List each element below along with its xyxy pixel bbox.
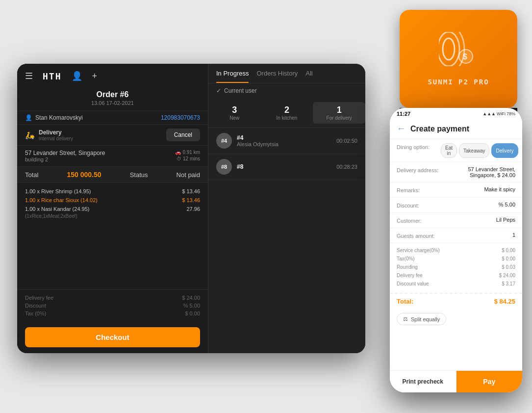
back-button[interactable]: ← (397, 124, 405, 134)
order-card-info: #4 Alesia Odymytsia (237, 134, 336, 147)
phone-status-bar: 11:27 ▲▲▲ WiFi 78% (390, 108, 522, 119)
person-icon: 👤 (25, 114, 32, 121)
item-price: $ 13.46 (182, 188, 200, 194)
stat-count-delivery: 1 (313, 105, 365, 115)
smartphone: 11:27 ▲▲▲ WiFi 78% ← Create payment Dini… (390, 108, 522, 392)
delivery-address-value: 57 Levander Street, Singapore, $ 24.00 (442, 166, 515, 178)
customer-label: Customer: (397, 217, 441, 224)
totals-row: Total 150 000.50 Status Not paid (17, 166, 208, 183)
fee-label: Delivery fee (25, 295, 53, 301)
total-amount: 150 000.50 (67, 171, 101, 179)
fee-value: % 5.00 (183, 303, 200, 309)
order-card-num: #8 (237, 163, 336, 170)
pay-button[interactable]: Pay (456, 371, 523, 392)
order-title: Order #6 (17, 88, 208, 100)
payment-terminal: $ SUNMI P2 PRO (400, 10, 517, 118)
total-line-label: Total: (397, 298, 413, 305)
phone-number[interactable]: 120983070673 (161, 114, 200, 121)
status-value: Not paid (177, 171, 200, 179)
order-items: 1.00 x River Shrimp (14.95) $ 13.46 1.00… (17, 183, 208, 289)
nfc-icon: $ (439, 32, 478, 73)
user-icon[interactable]: 👤 (72, 71, 82, 81)
phone-header: ← Create payment (390, 119, 522, 139)
discount-label: Discount: (397, 202, 441, 208)
order-card-time: 00:28:23 (336, 164, 357, 170)
svg-text:$: $ (463, 52, 467, 61)
discount-field: Discount: % 5.00 (390, 198, 522, 213)
fee-row: Delivery fee $ 24.00 (25, 294, 200, 302)
item-price: 27.96 (186, 206, 200, 212)
order-avatar: #8 (216, 159, 232, 175)
order-panel: ☰ HTH 👤 + Order #6 13.06 17-02-2021 👤 St… (17, 64, 208, 353)
dining-options: Eat in Takeaway Delivery (441, 143, 518, 158)
orders-panel: In Progress Orders History All ✓ Current… (208, 64, 365, 353)
total-line: Total: $ 84.25 (390, 293, 522, 309)
terminal-brand: SUNMI P2 PRO (428, 78, 489, 86)
fee-label: Tax (0%) (25, 310, 46, 316)
table-row: 1.00 x River Shrimp (14.95) $ 13.46 (25, 187, 200, 196)
stat-label-new: New (208, 115, 261, 121)
current-user-label: Current user (224, 87, 257, 94)
delivery-row: 🛵 Delivery internal delivery Cancel (17, 124, 208, 145)
print-precheck-button[interactable]: Print precheck (390, 371, 456, 392)
order-card-4[interactable]: #4 #4 Alesia Odymytsia 00:02:50 (208, 128, 365, 154)
split-btn-container: ⚖ Split equally (390, 309, 522, 329)
fee-line-label: Discount value (397, 281, 429, 286)
fee-value: $ 24.00 (182, 295, 200, 301)
guests-value: 1 (512, 232, 515, 238)
current-user-badge: ✓ Current user (208, 83, 365, 98)
order-card-8[interactable]: #8 #8 00:28:23 (208, 154, 365, 180)
fee-label: Discount (25, 303, 46, 309)
checkout-button[interactable]: Checkout (25, 327, 200, 347)
fee-row: Discount % 5.00 (25, 302, 200, 310)
order-date: 13.06 17-02-2021 (17, 100, 208, 111)
orders-tabs: In Progress Orders History All (208, 64, 365, 83)
tab-all[interactable]: All (305, 70, 312, 83)
status-label: Status (130, 171, 148, 179)
menu-icon[interactable]: ☰ (25, 71, 33, 81)
delivery-info: 🛵 Delivery internal delivery (25, 129, 73, 141)
stat-kitchen[interactable]: 2 In kitchen (261, 102, 313, 124)
item-name: 1.00 x Nasi Kandar (24.95) (25, 206, 89, 212)
total-label: Total (25, 171, 38, 179)
split-equally-button[interactable]: ⚖ Split equally (397, 313, 446, 325)
stat-delivery[interactable]: 1 For delivery (313, 102, 365, 124)
guests-field: Guests amount: 1 (390, 228, 522, 243)
customer-field: Customer: Lil Peps (390, 213, 522, 228)
fee-line-label: Rounding (397, 264, 418, 270)
item-sub: (1xRice;1xMeat;2xBeef) (25, 213, 200, 220)
remarks-label: Remarks: (397, 186, 441, 193)
fee-value: $ 0.00 (185, 310, 200, 316)
customer-name: 👤 Stan Komarovskyi (25, 114, 83, 121)
order-card-info: #8 (237, 163, 336, 170)
fee-line-value: $ 0.00 (502, 256, 515, 261)
tab-orders-history[interactable]: Orders History (256, 70, 298, 83)
dining-option-label: Dining option: (397, 143, 441, 150)
fee-row: Tax (0%) $ 0.00 (25, 310, 200, 317)
stat-new[interactable]: 3 New (208, 102, 261, 124)
svg-point-1 (439, 32, 459, 66)
takeaway-button[interactable]: Takeaway (459, 143, 489, 158)
stat-count-new: 3 (208, 105, 261, 115)
check-icon: ✓ (216, 87, 221, 94)
cancel-button[interactable]: Cancel (166, 129, 200, 141)
table-row: 1.00 x Nasi Kandar (24.95) 27.96 (1xRice… (25, 205, 200, 220)
delivery-label: Delivery (39, 129, 73, 136)
payment-title: Create payment (410, 125, 515, 133)
add-order-icon[interactable]: + (92, 71, 98, 81)
tab-in-progress[interactable]: In Progress (216, 70, 249, 83)
total-line-value: $ 84.25 (494, 298, 515, 305)
table-row: 1.00 x Rice char Sioux (14.02) $ 13.46 (25, 196, 200, 205)
delivery-button[interactable]: Delivery (491, 143, 518, 158)
fee-line-label: Delivery fee (397, 273, 423, 278)
eat-in-button[interactable]: Eat in (441, 143, 457, 158)
delivery-icon: 🛵 (25, 130, 35, 140)
terminal-body: $ SUNMI P2 PRO (400, 10, 517, 108)
remarks-field: Remarks: Make it spicy (390, 182, 522, 198)
fee-line-label: Service charge(0%) (397, 248, 440, 253)
payment-fees: Service charge(0%) $ 0.00 Tax(0%) $ 0.00… (390, 243, 522, 291)
svg-point-0 (443, 38, 455, 60)
delivery-sublabel: internal delivery (39, 136, 73, 141)
order-card-name: Alesia Odymytsia (237, 141, 336, 147)
tablet: ☰ HTH 👤 + Order #6 13.06 17-02-2021 👤 St… (17, 64, 365, 353)
